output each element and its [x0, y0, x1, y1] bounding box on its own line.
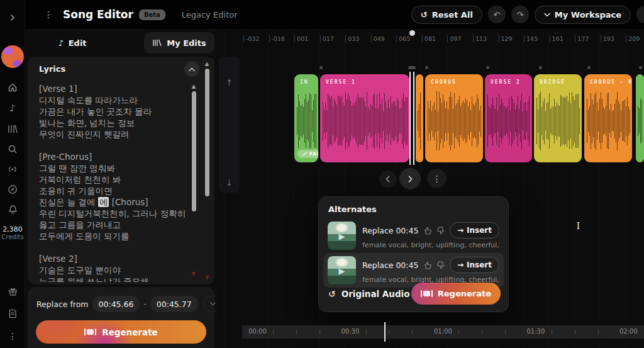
scrollbar-thumb[interactable] — [205, 69, 209, 196]
minimap-bar[interactable]: 00:0000:3001:0001:3002:00 — [242, 325, 644, 339]
workspace-selector[interactable]: My Workspace — [535, 6, 631, 24]
undo-button[interactable]: ↶ — [488, 6, 506, 23]
scroll-up-icon[interactable]: ▲ — [205, 60, 209, 67]
gift-icon[interactable] — [0, 285, 25, 298]
alternates-regenerate-button[interactable]: Regenerate — [411, 283, 501, 305]
song-section-verse-1[interactable]: VERSE 1 — [320, 74, 409, 162]
song-section-chorus-r[interactable]: CHORUS - R — [584, 74, 632, 162]
thumbs-up-icon[interactable] — [423, 261, 432, 269]
thumbs-up-icon[interactable] — [423, 227, 432, 235]
lyric-line: 우린 디지털거북천천히, 그러나 정확히 — [39, 208, 187, 219]
ruler-tick: 209 — [626, 35, 640, 42]
thumbs-down-icon[interactable] — [436, 227, 445, 235]
minimap-tick — [273, 330, 274, 334]
alternate-thumbnail[interactable]: ▶ — [328, 222, 356, 250]
track-scroll-strip: ↑ ↓ — [219, 57, 240, 193]
song-section-bridge[interactable]: BRIDGE — [534, 74, 582, 162]
lyric-line: [Verse 2] — [39, 253, 187, 264]
waveform — [487, 89, 530, 152]
insert-button[interactable]: → Insert — [450, 222, 499, 239]
song-section-clip[interactable] — [416, 74, 423, 162]
text-cursor: I — [575, 222, 581, 231]
radio-icon[interactable] — [0, 163, 25, 176]
scroll-down-icon[interactable]: ▼ — [192, 271, 196, 277]
alternate-title: Replace 00:45-00:... — [362, 261, 419, 270]
reset-all-button[interactable]: ↺ Reset All — [411, 6, 482, 24]
fade-pill[interactable]: FADE — [297, 150, 318, 158]
waveform — [586, 89, 630, 152]
alternate-info: Replace 00:45-00:... → Insert — [362, 222, 499, 249]
play-icon[interactable]: ▶ — [339, 266, 345, 275]
music-icon[interactable]: ♪ — [0, 102, 25, 115]
prev-alternate-button[interactable] — [379, 171, 396, 188]
tab-edit[interactable]: ♪ Edit — [25, 32, 119, 53]
minimap-tick — [598, 330, 599, 334]
song-section-clip[interactable] — [636, 74, 644, 162]
playhead-line[interactable] — [409, 72, 414, 165]
song-editor-app: ♪ 2,380 Credits ⋮ ⋮ Song Editor B — [0, 0, 644, 348]
minimap-playhead[interactable] — [384, 322, 386, 342]
next-alternate-button[interactable] — [399, 168, 421, 189]
regenerate-icon — [84, 328, 96, 335]
waveform-track[interactable]: INFADEVERSE 1CHORUSVERSE 2BRIDGECHORUS -… — [242, 74, 644, 162]
chevron-left-icon — [386, 176, 390, 182]
waveform — [638, 89, 642, 152]
timeline-ruler[interactable]: -032-01600101703304906508109711312914516… — [217, 30, 644, 50]
playhead-marker[interactable] — [409, 30, 415, 36]
minimap-tick — [412, 330, 413, 334]
arrow-up-icon[interactable]: ↑ — [219, 78, 240, 87]
lyrics-text[interactable]: [Verse 1] 디지털 속도를 따라가느라 가끔은 내가 놓인 곳조차 몰라… — [39, 83, 187, 282]
section-marker-dot — [539, 66, 542, 69]
tab-my-edits[interactable]: My Edits — [144, 32, 214, 53]
partial-button[interactable] — [636, 6, 644, 23]
thumbs-down-icon[interactable] — [436, 261, 445, 269]
insert-button[interactable]: → Insert — [450, 257, 499, 273]
alternate-row[interactable]: ▶ Replace 00:45-00:... — [323, 218, 504, 253]
timeline-area[interactable]: -032-01600101703304906508109711312914516… — [217, 29, 644, 348]
search-icon[interactable] — [0, 143, 25, 155]
lyric-line: 기술은 도구일 뿐이야 — [39, 264, 187, 276]
ruler-tick: 001 — [294, 35, 308, 42]
panel-scrollbar[interactable]: ▲ ▼ — [204, 60, 210, 281]
minimap-time-label: 02:00 — [619, 328, 638, 335]
alternate-thumbnail[interactable]: ▶ — [328, 256, 356, 284]
song-section-verse-2[interactable]: VERSE 2 — [485, 74, 532, 162]
explore-icon[interactable] — [0, 183, 25, 196]
start-time-field[interactable]: 00:45.66 — [92, 296, 140, 312]
home-icon[interactable] — [0, 81, 25, 94]
regenerate-icon — [421, 290, 433, 297]
chevron-down-icon — [544, 13, 550, 17]
lyric-line — [39, 140, 187, 151]
section-marker-dot — [408, 66, 416, 69]
redo-button[interactable]: ↷ — [511, 6, 529, 23]
scroll-down-icon[interactable]: ▼ — [205, 274, 209, 281]
editor-menu-icon[interactable]: ⋮ — [43, 9, 54, 20]
alternate-title: Replace 00:45-00:... — [362, 226, 419, 235]
avatar[interactable] — [1, 45, 24, 68]
lyrics-scrollbar[interactable]: ▲ ▼ — [191, 83, 197, 277]
song-section-in[interactable]: INFADE — [294, 74, 318, 162]
lyric-line: 진실은 늘 곁에 에 [Chorus] — [39, 196, 187, 208]
section-label: IN — [300, 79, 309, 85]
legacy-editor-link[interactable]: Legacy Editor — [182, 10, 238, 20]
end-time-field[interactable]: 00:45.77 — [150, 296, 198, 312]
original-audio-button[interactable]: ↺ Original Audio — [328, 289, 409, 299]
song-section-chorus[interactable]: CHORUS — [425, 74, 483, 162]
regenerate-button[interactable]: Regenerate — [36, 320, 206, 344]
scrollbar-thumb[interactable] — [192, 91, 196, 211]
chevron-down-icon — [210, 302, 216, 306]
collapse-lyrics-button[interactable] — [184, 62, 199, 77]
play-icon[interactable]: ▶ — [339, 231, 345, 240]
document-icon[interactable] — [0, 307, 25, 320]
bell-icon[interactable] — [0, 203, 25, 216]
ruler-tick: -016 — [269, 35, 286, 42]
clip-menu-button[interactable]: ⋮ — [427, 169, 447, 188]
expand-sidebar-icon[interactable] — [0, 11, 25, 24]
rail-menu-icon[interactable]: ⋮ — [0, 330, 25, 342]
lyric-line: 옳고 그름을 가려내고 — [39, 219, 187, 230]
arrow-down-icon[interactable]: ↓ — [219, 178, 240, 188]
section-label: BRIDGE — [540, 79, 565, 85]
scroll-up-icon[interactable]: ▲ — [192, 83, 196, 89]
library-icon[interactable] — [0, 123, 25, 135]
credits[interactable]: 2,380 Credits — [0, 225, 25, 240]
